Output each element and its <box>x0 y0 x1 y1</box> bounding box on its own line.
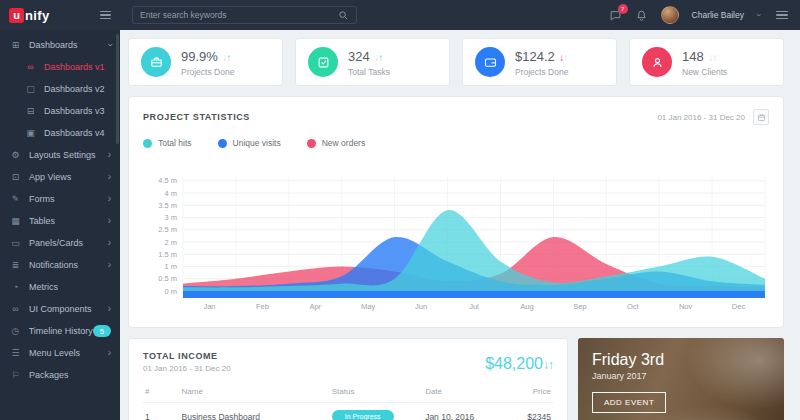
legend-unique-visits[interactable]: Unique visits <box>218 138 281 148</box>
chevron-right-icon: › <box>108 216 111 226</box>
stat-label: Projects Done <box>515 67 568 77</box>
sidebar-menu: ⊞ Dashboards › ∞ Dashboards v1 ▢ Dashboa… <box>0 30 120 386</box>
sidebar-item-timeline-history[interactable]: ◷ Timeline History 5 <box>0 320 120 342</box>
trend-arrows: ↓↑ <box>222 52 230 63</box>
search-input[interactable] <box>140 10 338 20</box>
project-statistics-chart: 0 m0.5 m1 m1.5 m2 m2.5 m3 m3.5 m4 m4.5 m… <box>143 154 771 319</box>
stat-label: New Clients <box>682 67 727 77</box>
topbar: 7 Charlie Bailey › <box>120 0 800 30</box>
sidebar-item-ui-components[interactable]: ∞ UI Components › <box>0 298 120 320</box>
svg-text:Oct: Oct <box>627 302 640 311</box>
svg-text:Jan: Jan <box>203 302 215 311</box>
svg-text:Nov: Nov <box>679 302 693 311</box>
sidebar-item-notifications[interactable]: ≣ Notifications › <box>0 254 120 276</box>
person-icon <box>642 47 672 77</box>
logo-mark: u <box>9 8 24 23</box>
monitor-icon: ▢ <box>24 84 37 94</box>
app-logo[interactable]: u nify <box>9 8 50 23</box>
trend-arrows: ↓↑ <box>708 52 716 63</box>
sidebar-item-forms[interactable]: ✎ Forms › <box>0 188 120 210</box>
add-event-button[interactable]: ADD EVENT <box>592 392 666 413</box>
chat-badge: 7 <box>618 4 628 14</box>
sidebar-item-dashboards[interactable]: ⊞ Dashboards › <box>0 34 120 56</box>
trend-arrows: ↓↑ <box>374 52 382 63</box>
legend-total-hits[interactable]: Total hits <box>143 138 192 148</box>
sidebar-item-layouts-settings[interactable]: ⚙ Layouts Settings › <box>0 144 120 166</box>
calendar-icon[interactable] <box>753 109 769 125</box>
infinity-icon: ∞ <box>9 304 22 314</box>
sidebar-item-panels-cards[interactable]: ▭ Panels/Cards › <box>0 232 120 254</box>
stat-value: 148 <box>682 49 704 64</box>
svg-text:2.5 m: 2.5 m <box>158 225 177 234</box>
sidebar-item-menu-levels[interactable]: ☰ Menu Levels › <box>0 342 120 364</box>
project-statistics-panel: PROJECT STATISTICS 01 Jan 2016 - 31 Dec … <box>128 96 784 328</box>
stat-card-total-tasks[interactable]: 324 ↓↑ Total Tasks <box>295 38 450 86</box>
printer-icon: ⊟ <box>24 106 37 116</box>
chevron-down-icon: › <box>104 43 114 46</box>
app-window: u nify ⊞ Dashboards › ∞ Dashboards v1 ▢ … <box>0 0 800 420</box>
legend-dot <box>307 139 316 148</box>
sidebar-item-dashboards-v3[interactable]: ⊟ Dashboards v3 <box>0 100 120 122</box>
chart-legend: Total hits Unique visits New orders <box>143 138 769 148</box>
sidebar-item-app-views[interactable]: ⊡ App Views › <box>0 166 120 188</box>
bell-icon[interactable] <box>635 9 648 22</box>
list-icon: ≣ <box>9 260 22 270</box>
svg-text:Apr: Apr <box>309 302 321 311</box>
stat-card-projects-income[interactable]: $124.2 ↓↑ Projects Done <box>462 38 617 86</box>
stat-value: 99.9% <box>181 49 218 64</box>
chat-icon[interactable]: 7 <box>609 9 622 22</box>
date-range-picker[interactable]: 01 Jan 2016 - 31 Dec 20 <box>657 113 745 122</box>
stat-label: Projects Done <box>181 67 234 77</box>
panel-title: PROJECT STATISTICS <box>143 112 250 122</box>
svg-text:2 m: 2 m <box>164 238 177 247</box>
search-box <box>132 6 357 24</box>
stat-value: $124.2 <box>515 49 555 64</box>
total-income-panel: TOTAL INCOME 01 Jan 2016 - 31 Dec 20 $48… <box>128 338 568 420</box>
sidebar-item-dashboards-v1[interactable]: ∞ Dashboards v1 <box>0 56 120 78</box>
svg-text:4 m: 4 m <box>164 189 177 198</box>
search-icon[interactable] <box>338 10 349 21</box>
chevron-right-icon: › <box>108 238 111 248</box>
sidebar-item-packages[interactable]: ⚐ Packages <box>0 364 120 386</box>
income-amount: $48,200↓↑ <box>485 355 553 373</box>
bottom-row: TOTAL INCOME 01 Jan 2016 - 31 Dec 20 $48… <box>128 338 784 420</box>
svg-text:Feb: Feb <box>256 302 269 311</box>
stat-card-new-clients[interactable]: 148 ↓↑ New Clients <box>629 38 784 86</box>
sidebar-item-dashboards-v2[interactable]: ▢ Dashboards v2 <box>0 78 120 100</box>
windows-icon: ⊡ <box>9 172 22 182</box>
stat-value: 324 <box>348 49 370 64</box>
topbar-menu-icon[interactable] <box>776 11 788 20</box>
svg-text:1 m: 1 m <box>164 262 177 271</box>
user-menu-caret-icon[interactable]: › <box>754 14 764 17</box>
clock-icon: ◷ <box>9 326 22 336</box>
user-avatar[interactable] <box>661 6 679 24</box>
sidebar-collapse-icon[interactable] <box>100 11 111 20</box>
user-name[interactable]: Charlie Bailey <box>692 10 744 20</box>
legend-dot <box>143 139 152 148</box>
menu-icon: ☰ <box>9 348 22 358</box>
sidebar-item-metrics[interactable]: ◔ Metrics <box>0 276 120 298</box>
table-icon: ▦ <box>9 216 22 226</box>
event-card: Friday 3rd January 2017 ADD EVENT <box>578 338 784 420</box>
svg-text:May: May <box>361 302 375 311</box>
wallet-icon <box>475 47 505 77</box>
timeline-badge: 5 <box>93 325 111 337</box>
svg-text:Dec: Dec <box>732 302 746 311</box>
legend-dot <box>218 139 227 148</box>
svg-text:Sep: Sep <box>573 302 586 311</box>
sidebar-item-tables[interactable]: ▦ Tables › <box>0 210 120 232</box>
svg-text:Jun: Jun <box>415 302 427 311</box>
sidebar-header: u nify <box>0 0 120 30</box>
stat-card-projects-done[interactable]: 99.9% ↓↑ Projects Done <box>128 38 283 86</box>
chevron-right-icon: › <box>108 194 111 204</box>
stats-row: 99.9% ↓↑ Projects Done 324 ↓↑ Total Task… <box>128 38 784 86</box>
legend-new-orders[interactable]: New orders <box>307 138 365 148</box>
sidebar-item-dashboards-v4[interactable]: ▣ Dashboards v4 <box>0 122 120 144</box>
chevron-right-icon: › <box>108 150 111 160</box>
panel-icon: ▣ <box>24 128 37 138</box>
gear-icon: ⚙ <box>9 150 22 160</box>
trend-arrows: ↓↑ <box>559 52 567 63</box>
table-row[interactable]: 1 Business Dashboard In Progress Jan 10,… <box>143 403 553 420</box>
briefcase-icon <box>141 47 171 77</box>
svg-text:1.5 m: 1.5 m <box>158 250 177 259</box>
